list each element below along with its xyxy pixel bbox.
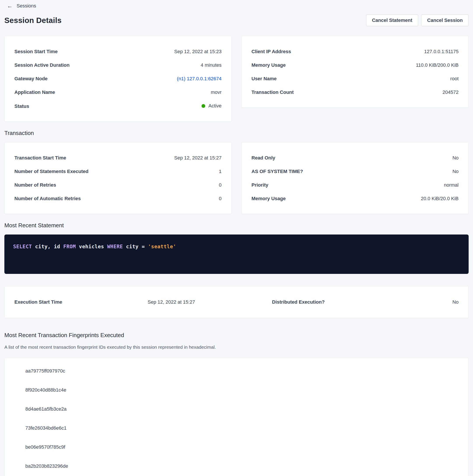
transaction-count-row: Transaction Count 204572 xyxy=(252,89,459,95)
row-value: 20.0 KiB/20.0 KiB xyxy=(421,196,458,202)
row-value: root xyxy=(450,76,458,82)
row-value: 1 xyxy=(219,169,221,174)
status-active-dot-icon xyxy=(201,104,205,108)
transaction-card-right: Read Only No AS OF SYSTEM TIME? No Prior… xyxy=(242,142,469,214)
memory-usage-row: Memory Usage 110.0 KiB/200.0 KiB xyxy=(252,62,459,68)
gateway-node-link[interactable]: (n1) 127.0.0.1:62674 xyxy=(177,76,221,82)
statements-executed-row: Number of Statements Executed 1 xyxy=(15,169,222,174)
execution-card: Execution Start Time Sep 12, 2022 at 15:… xyxy=(4,286,469,318)
row-value: 0 xyxy=(219,196,221,202)
automatic-retries-row: Number of Automatic Retries 0 xyxy=(15,196,222,202)
sql-text: city = xyxy=(123,244,148,249)
as-of-system-time-row: AS OF SYSTEM TIME? No xyxy=(252,169,459,174)
retries-row: Number of Retries 0 xyxy=(15,182,222,188)
cancel-session-button[interactable]: Cancel Session xyxy=(421,15,469,26)
row-label: Number of Automatic Retries xyxy=(15,196,81,202)
sql-string-literal: 'seattle' xyxy=(148,244,176,249)
row-value: 0 xyxy=(219,182,221,188)
row-label: Number of Retries xyxy=(15,182,56,188)
transaction-start-time-row: Transaction Start Time Sep 12, 2022 at 1… xyxy=(15,155,222,161)
gateway-node-row: Gateway Node (n1) 127.0.0.1:62674 xyxy=(15,76,222,82)
sql-keyword: SELECT xyxy=(13,244,32,249)
user-name-row: User Name root xyxy=(252,76,459,82)
fingerprints-description: A list of the most recent transaction fi… xyxy=(4,344,469,350)
sql-keyword: FROM xyxy=(63,244,76,249)
distributed-execution-label: Distributed Execution? xyxy=(272,299,388,305)
row-label: Memory Usage xyxy=(252,196,286,202)
session-info-card-right: Client IP Address 127.0.0.1:51175 Memory… xyxy=(242,36,469,108)
fingerprint-id-item: be06e9570f785c9f xyxy=(25,444,458,450)
fingerprint-id-item: 8f920c40d88b1c4e xyxy=(25,387,458,393)
row-value: No xyxy=(453,155,458,161)
sql-text: vehicles xyxy=(76,244,107,249)
session-details-page: ← Sessions Session Details Cancel Statem… xyxy=(0,0,473,476)
fingerprint-id-item: 73fe26034bd6e6c1 xyxy=(25,425,458,431)
row-value: No xyxy=(453,169,458,174)
row-label: Session Start Time xyxy=(15,49,58,54)
transaction-section-heading: Transaction xyxy=(4,130,469,136)
transaction-card-left: Transaction Start Time Sep 12, 2022 at 1… xyxy=(4,142,232,214)
session-info-card-left: Session Start Time Sep 12, 2022 at 15:23… xyxy=(4,36,232,122)
status-badge: Active xyxy=(201,103,222,109)
fingerprint-id-item: 8d4ae61a5fb3ce2a xyxy=(25,406,458,412)
row-value: movr xyxy=(211,89,222,95)
session-active-duration-row: Session Active Duration 4 minutes xyxy=(15,62,222,68)
client-ip-row: Client IP Address 127.0.0.1:51175 xyxy=(252,49,459,54)
row-value: 4 minutes xyxy=(201,62,221,68)
read-only-row: Read Only No xyxy=(252,155,459,161)
row-label: Application Name xyxy=(15,89,55,95)
sql-text: city, id xyxy=(32,244,63,249)
sql-keyword: WHERE xyxy=(107,244,123,249)
row-label: Client IP Address xyxy=(252,49,291,54)
row-value: 204572 xyxy=(443,89,458,95)
row-value: 127.0.0.1:51175 xyxy=(424,49,458,54)
fingerprint-id-item: ba2b203b823296de xyxy=(25,463,458,469)
priority-row: Priority normal xyxy=(252,182,459,188)
row-label: Transaction Start Time xyxy=(15,155,66,161)
execution-start-time-value: Sep 12, 2022 at 15:27 xyxy=(148,299,272,305)
page-header: Session Details Cancel Statement Cancel … xyxy=(4,15,469,26)
row-label: Priority xyxy=(252,182,268,188)
row-label: Read Only xyxy=(252,155,276,161)
row-label: Session Active Duration xyxy=(15,62,69,68)
status-value: Active xyxy=(209,103,222,109)
distributed-execution-value: No xyxy=(388,299,458,305)
fingerprint-id-item: aa79775ff097970c xyxy=(25,368,458,374)
back-to-sessions-link[interactable]: ← Sessions xyxy=(4,3,36,9)
session-start-time-row: Session Start Time Sep 12, 2022 at 15:23 xyxy=(15,49,222,54)
cancel-statement-button[interactable]: Cancel Statement xyxy=(366,15,418,26)
most-recent-statement-heading: Most Recent Statement xyxy=(4,222,469,229)
row-value: 110.0 KiB/200.0 KiB xyxy=(416,62,458,68)
row-label: Transaction Count xyxy=(252,89,294,95)
arrow-left-icon: ← xyxy=(7,3,13,9)
row-label: User Name xyxy=(252,76,277,82)
row-label: AS OF SYSTEM TIME? xyxy=(252,169,303,174)
session-summary-section: Session Start Time Sep 12, 2022 at 15:23… xyxy=(4,36,469,122)
back-link-label: Sessions xyxy=(16,3,36,9)
row-value: normal xyxy=(444,182,458,188)
row-label: Gateway Node xyxy=(15,76,48,82)
row-value: Sep 12, 2022 at 15:27 xyxy=(174,155,222,161)
row-label: Number of Statements Executed xyxy=(15,169,89,174)
application-name-row: Application Name movr xyxy=(15,89,222,95)
execution-start-time-label: Execution Start Time xyxy=(15,299,148,305)
fingerprints-heading: Most Recent Transaction Fingerprints Exe… xyxy=(4,332,469,339)
row-label: Status xyxy=(15,103,29,109)
row-value: Sep 12, 2022 at 15:23 xyxy=(174,49,222,54)
status-row: Status Active xyxy=(15,103,222,109)
sql-statement-box: SELECT city, id FROM vehicles WHERE city… xyxy=(4,235,469,274)
page-title: Session Details xyxy=(4,15,62,26)
txn-memory-usage-row: Memory Usage 20.0 KiB/20.0 KiB xyxy=(252,196,459,202)
row-label: Memory Usage xyxy=(252,62,286,68)
transaction-section: Transaction Start Time Sep 12, 2022 at 1… xyxy=(4,142,469,214)
header-actions: Cancel Statement Cancel Session xyxy=(366,15,469,26)
fingerprints-card: aa79775ff097970c 8f920c40d88b1c4e 8d4ae6… xyxy=(4,358,469,476)
